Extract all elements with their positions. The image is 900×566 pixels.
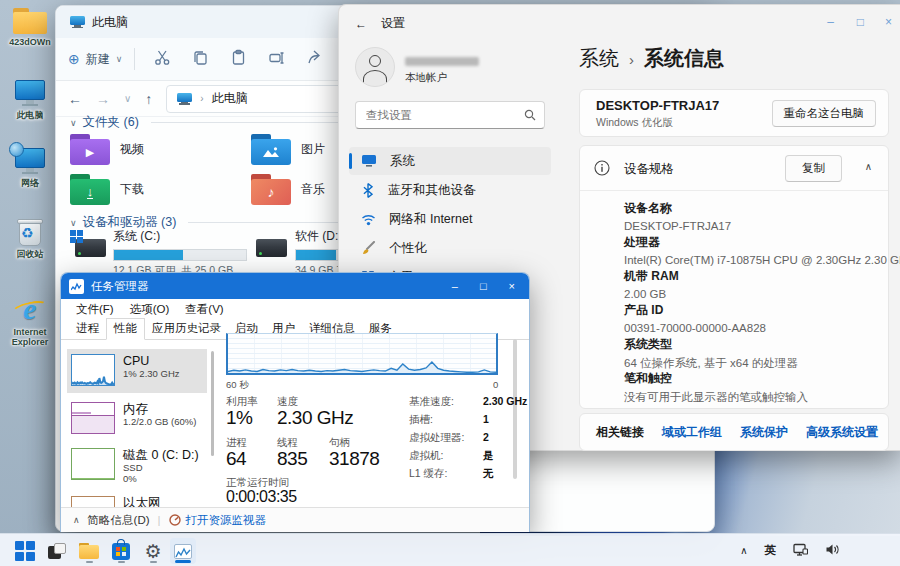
file-explorer-icon (79, 543, 99, 559)
desktop-icon-recycle-bin[interactable]: ♻ 回收站 (2, 216, 58, 259)
downloads-folder-icon: ↓ (70, 174, 110, 205)
back-button[interactable]: ← (355, 17, 367, 31)
search-input[interactable] (364, 108, 524, 122)
new-button[interactable]: ⊕ 新建 ∨ (68, 51, 122, 68)
ime-indicator[interactable]: 英 (765, 543, 777, 558)
fewer-details-button[interactable]: 简略信息(D) (88, 513, 150, 528)
folder-item-videos[interactable]: ▶ 视频 (70, 134, 144, 165)
explorer-tab[interactable]: 此电脑 (70, 14, 128, 31)
sidebar-item-bluetooth[interactable]: 蓝牙和其他设备 (349, 176, 551, 204)
tray-overflow-chevron[interactable]: ∧ (740, 545, 747, 556)
this-pc-icon (177, 93, 192, 105)
open-resource-monitor-link[interactable]: 打开资源监视器 (169, 513, 267, 528)
processes-value: 64 (226, 448, 246, 470)
sidebar-item-label: 个性化 (389, 240, 427, 257)
tab-app-history[interactable]: 应用历史记录 (145, 319, 228, 339)
tab-processes[interactable]: 进程 (69, 319, 106, 339)
close-button[interactable]: × (885, 15, 892, 29)
system-tray: ∧ 英 (740, 534, 840, 566)
menu-view[interactable]: 查看(V) (178, 302, 230, 317)
related-links-label: 相关链接 (596, 424, 644, 441)
perf-item-disk[interactable]: 磁盘 0 (C: D:) SSD 0% (67, 443, 207, 487)
desktop-icon-folder-423down[interactable]: 423dOWn (2, 8, 58, 47)
minimize-button[interactable]: – (827, 15, 834, 29)
history-chevron-icon[interactable]: ∨ (124, 93, 131, 104)
graph-axis-right: 0 (493, 379, 498, 390)
toolbar-divider (134, 48, 135, 70)
tab-performance[interactable]: 性能 (106, 318, 145, 340)
handles-value: 31878 (329, 448, 379, 470)
copy-button[interactable] (181, 49, 219, 70)
paste-button[interactable] (219, 49, 257, 70)
graph-axis-left: 60 秒 (226, 379, 249, 392)
taskbar-settings[interactable]: ⚙ (140, 538, 166, 564)
drive-item-d[interactable] (251, 230, 291, 260)
menu-file[interactable]: 文件(F) (69, 302, 121, 317)
speed-value: 2.30 GHz (277, 407, 353, 429)
breadcrumb-item[interactable]: 此电脑 (212, 90, 248, 107)
desktop-icon-this-pc[interactable]: 此电脑 (2, 80, 58, 120)
settings-search-box[interactable] (355, 101, 545, 129)
drive-item-c[interactable] (70, 230, 110, 260)
account-avatar[interactable] (355, 47, 395, 87)
paste-icon (230, 49, 247, 66)
maximize-button[interactable]: □ (480, 280, 487, 292)
link-advanced-settings[interactable]: 高级系统设置 (806, 424, 878, 441)
taskbar-file-explorer[interactable] (76, 538, 102, 564)
desktop-icon-internet-explorer[interactable]: e Internet Explorer (2, 294, 58, 347)
back-button[interactable]: ← (68, 91, 82, 107)
folders-group-label: 文件夹 (6) (83, 114, 139, 131)
link-domain-workgroup[interactable]: 域或工作组 (662, 424, 722, 441)
info-base-speed: 基准速度:2.30 GHz (409, 395, 527, 409)
open-indicator (86, 561, 93, 564)
rename-button[interactable] (257, 49, 295, 70)
footer-divider: | (158, 514, 161, 526)
info-virtual-machine: 虚拟机:是 (409, 449, 527, 463)
sidebar-item-personalization[interactable]: 个性化 (349, 234, 551, 262)
close-button[interactable]: × (509, 280, 515, 292)
spec-row-device-name: 设备名称 DESKTOP-FTRJA17 (624, 200, 731, 232)
cut-button[interactable] (143, 49, 181, 70)
settings-titlebar[interactable]: ← 设置 (355, 15, 405, 32)
perf-item-memory[interactable]: 内存 1.2/2.0 GB (60%) (67, 397, 207, 441)
taskbar: ⚙ ∧ 英 (0, 533, 900, 566)
rename-pc-button[interactable]: 重命名这台电脑 (772, 100, 877, 127)
sidebar-item-network[interactable]: 网络和 Internet (349, 205, 551, 233)
maximize-button[interactable]: □ (857, 15, 864, 29)
disk-thumbnail-chart (71, 448, 115, 480)
copy-button[interactable]: 复制 (785, 155, 842, 182)
taskbar-microsoft-store[interactable] (108, 538, 134, 564)
taskmgr-titlebar[interactable]: 任务管理器 – □ × (61, 273, 529, 299)
perf-item-cpu[interactable]: CPU 1% 2.30 GHz (67, 349, 207, 393)
folder-item-music[interactable]: ♪ 音乐 (251, 174, 325, 205)
share-button[interactable] (295, 49, 333, 70)
folder-item-pictures[interactable]: 图片 (251, 134, 325, 165)
cpu-thumbnail-chart (71, 354, 115, 386)
collapse-chevron-icon: ∨ (70, 218, 77, 228)
info-icon (594, 160, 610, 180)
share-icon (306, 49, 323, 66)
sidebar-item-system[interactable]: 系统 (349, 147, 551, 175)
task-view-button[interactable] (44, 538, 70, 564)
task-manager-icon (69, 279, 84, 294)
windows-start-icon (15, 541, 35, 561)
taskbar-task-manager-active[interactable] (170, 538, 196, 564)
forward-button[interactable]: → (96, 91, 110, 107)
desktop-icon-network[interactable]: 网络 (2, 148, 58, 188)
active-indicator (175, 560, 191, 563)
volume-tray-icon[interactable] (825, 542, 840, 560)
start-button[interactable] (12, 538, 38, 564)
spec-row-ram: 机带 RAM 2.00 GB (624, 268, 679, 300)
menu-options[interactable]: 选项(O) (123, 302, 177, 317)
collapse-chevron-icon[interactable]: ∧ (865, 161, 872, 172)
network-tray-icon[interactable] (793, 542, 808, 560)
related-links-row: 相关链接 域或工作组 系统保护 高级系统设置 (579, 413, 889, 451)
cpu-usage-graph (226, 333, 498, 375)
link-system-protection[interactable]: 系统保护 (740, 424, 788, 441)
minimize-button[interactable]: – (452, 280, 458, 292)
sidebar-scrollbar[interactable] (211, 351, 214, 456)
folder-item-downloads[interactable]: ↓ 下载 (70, 174, 144, 205)
up-button[interactable]: ↑ (145, 91, 152, 107)
sidebar-item-label: 蓝牙和其他设备 (388, 182, 476, 199)
breadcrumb-parent[interactable]: 系统 (579, 45, 619, 72)
